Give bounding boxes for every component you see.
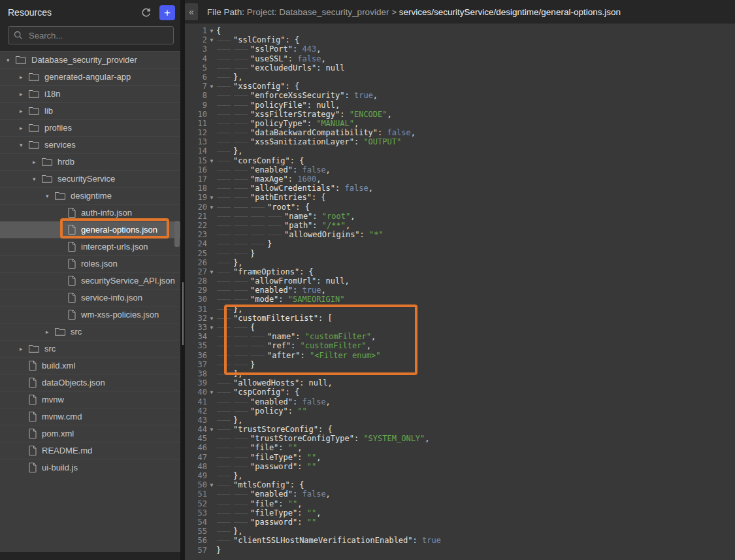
tree-item-mvnw[interactable]: mvnw (0, 391, 180, 408)
code-text[interactable]: "mtlsConfig": { (216, 480, 735, 489)
tree-item-README.md[interactable]: README.md (0, 442, 180, 459)
collapse-sidebar-button[interactable]: « (185, 3, 198, 20)
expand-arrow-icon[interactable]: ▸ (20, 91, 29, 97)
code-text[interactable]: "useSSL": false, (216, 54, 735, 63)
code-text[interactable]: "trustStoreConfig": { (216, 425, 735, 434)
tree-item-securityService[interactable]: ▾securityService (0, 170, 180, 187)
code-text[interactable]: } (216, 546, 735, 555)
tree-item-lib[interactable]: ▸lib (0, 102, 180, 119)
code-text[interactable]: }, (216, 258, 735, 267)
fold-arrow-icon[interactable]: ▼ (207, 314, 216, 323)
code-text[interactable]: "cspConfig": { (216, 387, 735, 397)
tree-item-i18n[interactable]: ▸i18n (0, 85, 180, 102)
tree-item-general-options.json[interactable]: general-options.json (0, 221, 180, 238)
expand-arrow-icon[interactable]: ▸ (20, 108, 29, 114)
code-text[interactable]: "frameOptions": { (216, 267, 735, 276)
code-text[interactable]: ], (216, 369, 735, 378)
code-text[interactable]: "allowFromUrl": null, (216, 276, 735, 286)
expand-arrow-icon[interactable]: ▸ (20, 125, 29, 131)
code-text[interactable]: "enforceXssSecurity": true, (216, 91, 735, 100)
code-text[interactable]: "policyType": "MANUAL", (216, 119, 735, 128)
code-text[interactable]: "allowCredentials": false, (216, 184, 735, 193)
code-text[interactable]: "maxAge": 1600, (216, 174, 735, 184)
code-text[interactable]: "excludedUrls": null (216, 63, 735, 73)
tree-item-securityService_API.json[interactable]: securityService_API.json (0, 272, 180, 289)
fold-arrow-icon[interactable]: ▼ (207, 323, 216, 332)
tree-item-roles.json[interactable]: roles.json (0, 255, 180, 272)
code-text[interactable]: "enabled": true, (216, 286, 735, 295)
code-text[interactable]: "corsConfig": { (216, 156, 735, 165)
fold-arrow-icon[interactable]: ▼ (207, 267, 216, 276)
code-text[interactable]: "clientSSLHostNameVerificationEnabled": … (216, 536, 735, 545)
code-text[interactable]: "fileType": "", (216, 508, 735, 518)
expand-arrow-icon[interactable]: ▸ (20, 346, 29, 352)
code-text[interactable]: "file": "", (216, 443, 735, 452)
code-text[interactable]: "password": "" (216, 518, 735, 527)
code-text[interactable]: "trustStoreConfigType": "SYSTEM_ONLY", (216, 434, 735, 443)
code-text[interactable]: "fileType": "", (216, 453, 735, 462)
code-text[interactable]: "ref": "customFilter", (216, 341, 735, 350)
tree-item-auth-info.json[interactable]: auth-info.json (0, 204, 180, 221)
tree-item-dataObjects.json[interactable]: dataObjects.json (0, 374, 180, 391)
tree-item-designtime[interactable]: ▾designtime (0, 187, 180, 204)
collapse-arrow-icon[interactable]: ▾ (20, 142, 29, 148)
refresh-button[interactable] (139, 5, 153, 20)
expand-arrow-icon[interactable]: ▸ (33, 159, 42, 165)
search-input[interactable] (27, 30, 168, 41)
expand-arrow-icon[interactable]: ▸ (46, 329, 55, 335)
code-text[interactable]: "customFilterList": [ (216, 314, 735, 323)
tree-item-hrdb[interactable]: ▸hrdb (0, 153, 180, 170)
code-text[interactable]: { (216, 26, 735, 35)
code-text[interactable]: }, (216, 146, 735, 156)
fold-arrow-icon[interactable]: ▼ (207, 156, 216, 165)
collapse-arrow-icon[interactable]: ▾ (33, 176, 42, 182)
fold-arrow-icon[interactable]: ▼ (207, 480, 216, 489)
code-text[interactable]: "name": "root", (216, 212, 735, 221)
tree-item-profiles[interactable]: ▸profiles (0, 119, 180, 136)
code-text[interactable]: "mode": "SAMEORIGIN" (216, 295, 735, 304)
code-text[interactable]: "pathEntries": { (216, 193, 735, 202)
fold-arrow-icon[interactable]: ▼ (207, 26, 216, 35)
fold-arrow-icon[interactable]: ▼ (207, 387, 216, 397)
code-text[interactable]: "after": "<Filter enum>" (216, 351, 735, 360)
collapse-arrow-icon[interactable]: ▾ (46, 193, 55, 199)
collapse-arrow-icon[interactable]: ▾ (7, 57, 16, 63)
code-text[interactable]: }, (216, 527, 735, 536)
tree-item-pom.xml[interactable]: pom.xml (0, 425, 180, 442)
code-text[interactable]: "xssSanitizationLayer": "OUTPUT" (216, 137, 735, 146)
tree-item-src[interactable]: ▸src (0, 340, 180, 357)
code-text[interactable]: }, (216, 416, 735, 425)
tree-item-mvnw.cmd[interactable]: mvnw.cmd (0, 408, 180, 425)
code-text[interactable]: "password": "" (216, 462, 735, 471)
code-text[interactable]: "xssFilterStrategy": "ENCODE", (216, 110, 735, 119)
code-text[interactable]: }, (216, 73, 735, 82)
code-text[interactable]: { (216, 323, 735, 332)
code-text[interactable]: "sslPort": 443, (216, 44, 735, 54)
fold-arrow-icon[interactable]: ▼ (207, 203, 216, 212)
code-text[interactable]: "name": "customFilter", (216, 332, 735, 341)
code-editor[interactable]: 1▼{2▼"sslConfig": {3"sslPort": 443,4"use… (185, 24, 735, 560)
splitter-handle[interactable] (182, 282, 184, 345)
tree-item-wm-xss-policies.json[interactable]: wm-xss-policies.json (0, 306, 180, 323)
code-text[interactable]: "policy": "" (216, 406, 735, 416)
tree-scrollbar[interactable] (174, 221, 180, 247)
tree-item-ui-build.js[interactable]: ui-build.js (0, 459, 180, 476)
fold-arrow-icon[interactable]: ▼ (207, 425, 216, 434)
tree-item-src[interactable]: ▸src (0, 323, 180, 340)
expand-arrow-icon[interactable]: ▸ (20, 74, 29, 80)
tree-item-Database_security_provider[interactable]: ▾Database_security_provider (0, 51, 180, 68)
code-text[interactable]: } (216, 249, 735, 258)
code-text[interactable]: } (216, 360, 735, 369)
code-text[interactable]: "allowedHosts": null, (216, 378, 735, 387)
code-text[interactable]: "xssConfig": { (216, 82, 735, 91)
code-text[interactable]: "allowedOrigins": "*" (216, 230, 735, 239)
tree-item-generated-angular-app[interactable]: ▸generated-angular-app (0, 68, 180, 85)
fold-arrow-icon[interactable]: ▼ (207, 35, 216, 44)
code-text[interactable]: "path": "/**", (216, 221, 735, 230)
tree-item-service-info.json[interactable]: service-info.json (0, 289, 180, 306)
tree-item-services[interactable]: ▾services (0, 136, 180, 153)
code-text[interactable]: "enabled": false, (216, 489, 735, 499)
tree-item-intercept-urls.json[interactable]: intercept-urls.json (0, 238, 180, 255)
code-text[interactable]: "policyFile": null, (216, 101, 735, 110)
add-button[interactable]: + (159, 5, 175, 20)
